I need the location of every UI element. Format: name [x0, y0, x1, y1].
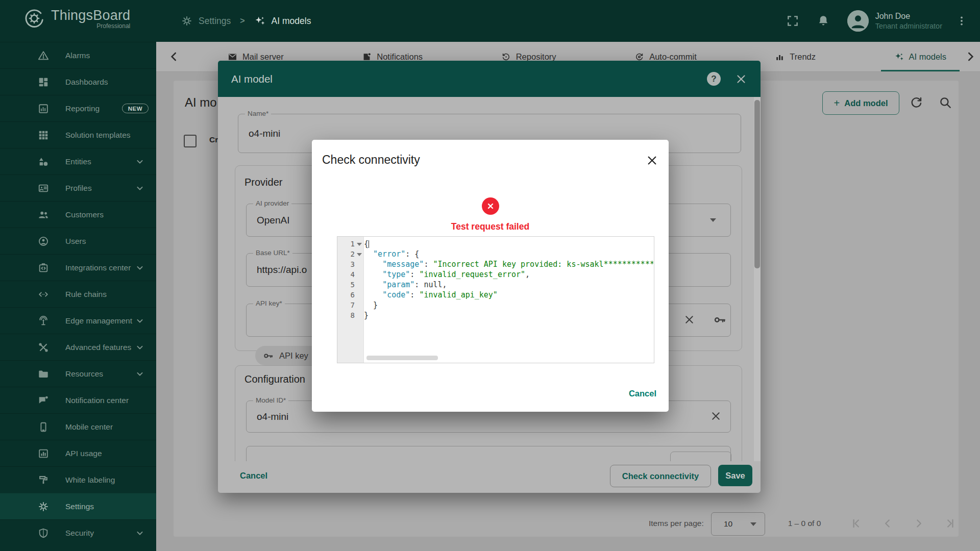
check-dialog-cancel-button[interactable]: Cancel — [629, 389, 656, 398]
user-info[interactable]: John Doe Tenant administrator — [875, 12, 942, 30]
sidebar-item-mobile-center[interactable]: Mobile center — [0, 413, 156, 440]
error-circle-icon — [482, 197, 499, 215]
editor-line-number: 2 — [337, 249, 363, 259]
brand-logo-block[interactable]: ThingsBoard Professional — [22, 7, 130, 30]
editor-line: "message": "Incorrect API key provided: … — [364, 259, 653, 269]
add-model-button[interactable]: + Add model — [822, 91, 899, 115]
json-response-editor[interactable]: 12345678 { "error": { "message": "Incorr… — [337, 236, 654, 363]
auto-commit-icon — [634, 52, 644, 62]
chevron-down-icon — [135, 316, 145, 326]
sidebar-item-solution-templates[interactable]: Solution templates — [0, 121, 156, 148]
editor-line-number: 4 — [337, 269, 363, 280]
clipped-inner-stepper[interactable] — [670, 452, 731, 461]
mail-icon — [228, 52, 237, 62]
editor-line-number: 3 — [337, 259, 363, 269]
dashboards-icon — [38, 77, 49, 88]
sidebar-item-security[interactable]: Security — [0, 519, 156, 546]
sidebar-item-label: Reporting — [65, 104, 100, 113]
ai-model-dialog-header: AI model ? — [218, 61, 761, 97]
refresh-icon[interactable] — [910, 96, 923, 109]
dialog-scrollbar-thumb[interactable] — [754, 100, 760, 268]
editor-line: } — [364, 310, 653, 320]
solution-templates-icon — [38, 130, 49, 141]
editor-line-number: 1 — [337, 239, 363, 249]
user-name: John Doe — [875, 12, 942, 21]
configuration-section-title: Configuration — [244, 373, 305, 385]
notifications-bell-icon[interactable] — [817, 14, 830, 28]
editor-line: "error": { — [364, 249, 653, 259]
sidebar-item-notification-center[interactable]: Notification center — [0, 387, 156, 413]
notification-icon — [38, 395, 49, 406]
sidebar-item-users[interactable]: Users — [0, 228, 156, 254]
editor-horizontal-scrollbar[interactable] — [366, 356, 438, 360]
breadcrumb-separator: > — [240, 16, 244, 26]
select-all-checkbox[interactable] — [184, 135, 197, 147]
sidebar-item-edge-management[interactable]: Edge management — [0, 307, 156, 334]
chevron-down-icon — [710, 218, 716, 222]
check-connectivity-close-icon[interactable] — [646, 154, 658, 167]
clear-icon[interactable] — [710, 410, 722, 422]
tabs-scroll-right-icon[interactable] — [964, 50, 977, 63]
api-key-label: API key* — [253, 299, 285, 307]
tab-trendz[interactable]: Trendz — [762, 42, 829, 71]
sidebar-item-label: Edge management — [65, 316, 132, 325]
search-icon[interactable] — [939, 96, 952, 109]
clipped-config-field[interactable] — [246, 446, 731, 461]
sidebar-nav: AlarmsDashboardsReportingNEWSolution tem… — [0, 42, 156, 551]
clear-icon[interactable] — [683, 314, 695, 325]
sidebar-item-label: Dashboards — [65, 78, 108, 87]
api-key-chip-label: API key — [279, 351, 308, 361]
sidebar-item-label: Advanced features — [65, 343, 131, 352]
editor-line: "code": "invalid_api_key" — [364, 290, 653, 300]
fold-caret-icon[interactable] — [357, 243, 362, 246]
fold-caret-icon[interactable] — [357, 253, 362, 256]
tab-label: Mail server — [242, 52, 284, 62]
sidebar-item-label: Customers — [65, 210, 104, 219]
sidebar-item-label: Mobile center — [65, 422, 113, 432]
chevron-down-icon — [135, 369, 145, 379]
sidebar-item-integrations-center[interactable]: Integrations center — [0, 254, 156, 281]
previous-page-icon[interactable] — [881, 517, 894, 530]
tabs-scroll-left-icon[interactable] — [167, 50, 181, 63]
plus-icon: + — [834, 97, 840, 109]
avatar[interactable] — [847, 10, 869, 32]
new-badge: NEW — [122, 104, 149, 113]
sidebar-item-label: Alarms — [65, 51, 90, 60]
ai-model-dialog-footer: Cancel Check connectivity Save — [218, 461, 761, 493]
sidebar-item-entities[interactable]: Entities — [0, 148, 156, 174]
ai-provider-label: AI provider — [253, 199, 291, 207]
sidebar-item-settings[interactable]: Settings — [0, 493, 156, 519]
more-vert-icon[interactable] — [955, 15, 968, 27]
chevron-down-icon — [135, 528, 145, 538]
tab-ai-models[interactable]: AI models — [881, 42, 960, 71]
tab-label: Repository — [516, 52, 556, 62]
sidebar-item-profiles[interactable]: Profiles — [0, 174, 156, 201]
last-page-icon[interactable] — [943, 517, 957, 530]
entities-icon — [38, 156, 49, 167]
thingsboard-logo-icon — [22, 7, 46, 30]
check-connectivity-button[interactable]: Check connectivity — [610, 465, 711, 487]
sidebar-item-alarms[interactable]: Alarms — [0, 42, 156, 68]
sidebar-item-dashboards[interactable]: Dashboards — [0, 68, 156, 95]
next-page-icon[interactable] — [912, 517, 925, 530]
page-size-select[interactable]: 10 — [711, 512, 765, 536]
cancel-button[interactable]: Cancel — [240, 471, 267, 481]
fullscreen-icon[interactable] — [786, 14, 799, 28]
save-button[interactable]: Save — [718, 465, 752, 486]
breadcrumb-settings[interactable]: Settings — [199, 16, 231, 27]
key-icon[interactable] — [713, 313, 726, 327]
editor-line-number: 5 — [337, 280, 363, 290]
sidebar-item-white-labeling[interactable]: White labeling — [0, 466, 156, 493]
sidebar-item-rule-chains[interactable]: Rule chains — [0, 281, 156, 307]
first-page-icon[interactable] — [850, 517, 863, 530]
sidebar-item-customers[interactable]: Customers — [0, 201, 156, 228]
sidebar-item-reporting[interactable]: ReportingNEW — [0, 95, 156, 121]
ai-model-dialog-close-icon[interactable] — [735, 73, 747, 85]
sidebar-item-api-usage[interactable]: API usage — [0, 440, 156, 466]
sidebar-item-advanced-features[interactable]: Advanced features — [0, 334, 156, 360]
help-icon[interactable]: ? — [707, 72, 721, 86]
key-icon — [263, 350, 274, 361]
sidebar-item-resources[interactable]: Resources — [0, 360, 156, 387]
dialog-scrollbar[interactable] — [754, 97, 761, 461]
sidebar-item-label: Resources — [65, 369, 103, 379]
